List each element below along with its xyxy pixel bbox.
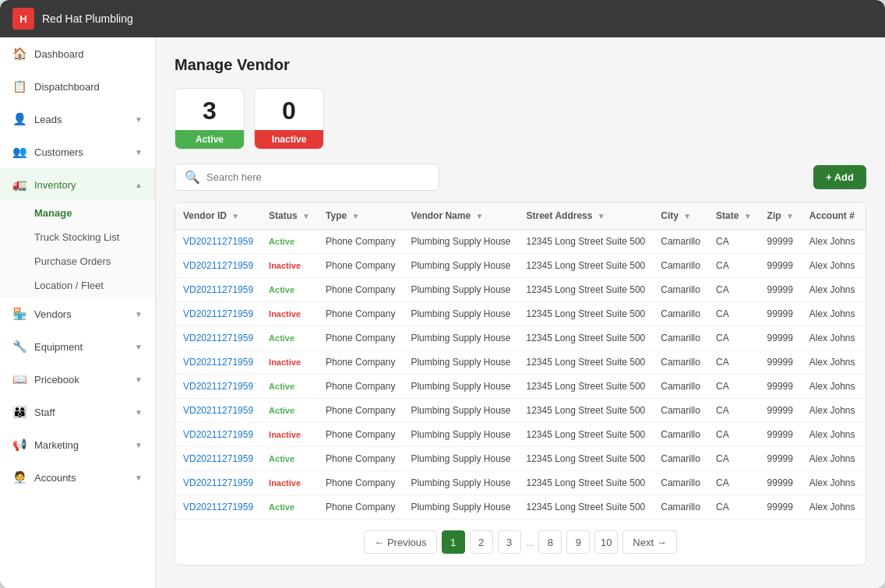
toolbar: 🔍 + Add [175, 164, 866, 191]
cell-phone: (713) 213-3871 [863, 471, 866, 495]
cell-address: 12345 Long Street Suite 500 [518, 254, 653, 278]
cell-city: Camarillo [653, 399, 708, 423]
cell-vendor-name: Plumbing Supply House [403, 230, 518, 254]
filter-icon[interactable]: ▼ [351, 212, 359, 220]
cell-phone: (713) 213-3871 [863, 399, 866, 423]
page-button-2[interactable]: 2 [470, 530, 493, 554]
sidebar-sub-manage[interactable]: Manage [34, 201, 155, 225]
table-header: Vendor ID ▼ Status ▼ Type ▼ Vendor Name … [175, 202, 866, 230]
cell-zip: 99999 [760, 399, 802, 423]
cell-city: Camarillo [653, 278, 708, 302]
cell-phone: (713) 213-3871 [863, 230, 866, 254]
cell-vendor-id[interactable]: VD20211271959 [175, 375, 261, 399]
chevron-up-icon: ▲ [135, 181, 143, 189]
filter-icon[interactable]: ▼ [744, 212, 752, 220]
cell-type: Phone Company [318, 350, 403, 375]
page-button-9[interactable]: 9 [566, 530, 590, 554]
search-input[interactable] [206, 171, 429, 183]
sidebar-sub-truck-stocking[interactable]: Truck Stocking List [34, 225, 155, 249]
cell-vendor-id[interactable]: VD20211271959 [175, 254, 261, 278]
cell-account: Alex Johns [802, 302, 863, 326]
cell-vendor-id[interactable]: VD20211271959 [175, 471, 261, 495]
prev-button[interactable]: ← Previous [364, 530, 436, 554]
sidebar-item-pricebook[interactable]: 📖 Pricebook ▼ [0, 363, 155, 396]
sidebar-item-equipment[interactable]: 🔧 Equipment ▼ [0, 330, 155, 363]
sidebar-item-label: Vendors [34, 308, 72, 320]
cell-phone: (713) 213-3871 [863, 254, 866, 278]
sidebar-item-dashboard[interactable]: 🏠 Dashboard [0, 37, 155, 70]
sidebar-item-leads[interactable]: 👤 Leads ▼ [0, 103, 155, 136]
sidebar-item-dispatchboard[interactable]: 📋 Dispatchboard [0, 70, 155, 103]
table-scroll-area[interactable]: Vendor ID ▼ Status ▼ Type ▼ Vendor Name … [175, 202, 866, 519]
cell-zip: 99999 [760, 302, 802, 326]
cell-address: 12345 Long Street Suite 500 [518, 447, 653, 471]
col-account: Account # [802, 202, 863, 230]
cell-vendor-name: Plumbing Supply House [403, 302, 518, 326]
cell-vendor-id[interactable]: VD20211271959 [175, 495, 261, 519]
accounts-icon: 🧑‍💼 [12, 470, 26, 484]
search-box[interactable]: 🔍 [175, 164, 439, 191]
cell-phone: (713) 213-3871 [863, 278, 866, 302]
sidebar-item-marketing[interactable]: 📢 Marketing ▼ [0, 428, 155, 461]
stats-row: 3 Active 0 Inactive [175, 88, 866, 150]
sidebar-sub-purchase-orders[interactable]: Purchase Orders [34, 249, 155, 273]
cell-vendor-id[interactable]: VD20211271959 [175, 326, 261, 350]
active-label: Active [175, 130, 244, 149]
cell-vendor-id[interactable]: VD20211271959 [175, 447, 261, 471]
inventory-icon: 🚛 [12, 178, 26, 192]
filter-icon[interactable]: ▼ [475, 212, 483, 220]
sidebar-item-label: Inventory [34, 179, 76, 191]
filter-icon[interactable]: ▼ [302, 212, 310, 220]
cell-vendor-id[interactable]: VD20211271959 [175, 302, 261, 326]
cell-city: Camarillo [653, 471, 708, 495]
app-title: Red Hat Plumbling [42, 12, 133, 25]
sidebar-sub-location-fleet[interactable]: Location / Fleet [34, 273, 155, 298]
search-icon: 🔍 [185, 170, 200, 185]
sidebar-item-staff[interactable]: 👨‍👩‍👦 Staff ▼ [0, 396, 155, 428]
sidebar-item-vendors[interactable]: 🏪 Vendors ▼ [0, 298, 155, 330]
inactive-label: Inactive [255, 130, 323, 149]
cell-vendor-id[interactable]: VD20211271959 [175, 350, 261, 375]
sidebar-item-label: Marketing [34, 439, 79, 451]
page-button-10[interactable]: 10 [594, 530, 618, 554]
cell-vendor-id[interactable]: VD20211271959 [175, 278, 261, 302]
filter-icon[interactable]: ▼ [683, 212, 691, 220]
cell-status: Active [261, 447, 318, 471]
sidebar-item-label: Accounts [34, 472, 76, 484]
sidebar-item-label: Leads [34, 114, 62, 125]
table-row: VD20211271959 Active Phone Company Plumb… [175, 375, 866, 399]
page-button-1[interactable]: 1 [442, 530, 465, 554]
cell-state: CA [708, 350, 760, 375]
cell-account: Alex Johns [802, 230, 863, 254]
sidebar-item-accounts[interactable]: 🧑‍💼 Accounts ▼ [0, 461, 155, 494]
equipment-icon: 🔧 [12, 340, 26, 354]
table-row: VD20211271959 Inactive Phone Company Plu… [175, 350, 866, 375]
cell-zip: 99999 [760, 471, 802, 495]
cell-vendor-name: Plumbing Supply House [403, 399, 518, 423]
page-button-8[interactable]: 8 [538, 530, 562, 554]
filter-icon[interactable]: ▼ [598, 212, 605, 220]
add-vendor-button[interactable]: + Add [813, 165, 866, 189]
sidebar-item-inventory[interactable]: 🚛 Inventory ▲ [0, 168, 155, 201]
cell-address: 12345 Long Street Suite 500 [518, 326, 653, 350]
cell-account: Alex Johns [802, 399, 863, 423]
next-button[interactable]: Next → [622, 530, 676, 554]
cell-state: CA [708, 326, 760, 350]
sidebar-item-customers[interactable]: 👥 Customers ▼ [0, 136, 155, 168]
cell-status: Active [261, 399, 318, 423]
col-state: State ▼ [708, 202, 760, 230]
cell-phone: (713) 213-3871 [863, 495, 866, 519]
cell-zip: 99999 [760, 230, 802, 254]
filter-icon[interactable]: ▼ [786, 212, 794, 220]
cell-type: Phone Company [318, 447, 403, 471]
cell-status: Active [261, 326, 318, 350]
cell-vendor-id[interactable]: VD20211271959 [175, 399, 261, 423]
table-row: VD20211271959 Active Phone Company Plumb… [175, 326, 866, 350]
cell-address: 12345 Long Street Suite 500 [518, 423, 653, 447]
table-row: VD20211271959 Active Phone Company Plumb… [175, 447, 866, 471]
cell-phone: (713) 213-3871 [863, 326, 866, 350]
page-button-3[interactable]: 3 [498, 530, 521, 554]
cell-vendor-id[interactable]: VD20211271959 [175, 230, 261, 254]
filter-icon[interactable]: ▼ [231, 212, 239, 220]
cell-vendor-id[interactable]: VD20211271959 [175, 423, 261, 447]
